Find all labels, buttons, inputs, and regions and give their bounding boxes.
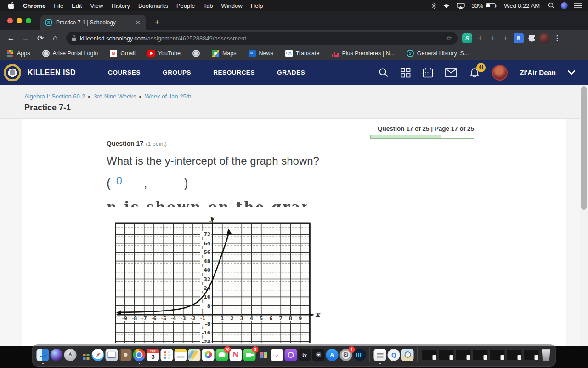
breadcrumb-item-3[interactable]: Week of Jan 25th: [145, 93, 192, 100]
dock-minimized-window-1-icon[interactable]: [422, 349, 437, 360]
dock-minimized-window-5-icon[interactable]: [490, 349, 505, 360]
new-tab-button[interactable]: +: [152, 17, 163, 28]
dock-apple-tv-icon[interactable]: tv: [299, 349, 311, 361]
menu-item-file[interactable]: File: [50, 2, 68, 9]
extension-plus-1[interactable]: +: [475, 33, 485, 43]
menu-item-bookmarks[interactable]: Bookmarks: [134, 2, 172, 9]
dock-finder-icon[interactable]: [37, 349, 49, 361]
dock-mission-control-icon[interactable]: [78, 349, 90, 361]
bookmark-news[interactable]: News: [249, 50, 273, 57]
menu-item-people[interactable]: People: [172, 2, 199, 9]
breadcrumb-item-1[interactable]: Algebra I: Section 60-2: [24, 93, 85, 100]
profile-avatar[interactable]: [539, 33, 549, 43]
dock-maps-icon[interactable]: [188, 349, 201, 361]
dock-music-icon[interactable]: ♪: [271, 349, 283, 361]
address-bar[interactable]: killeenisd.schoology.com/assignment/4625…: [66, 32, 458, 45]
dock-mail-icon[interactable]: [106, 349, 118, 361]
dock-audio-app-icon[interactable]: [354, 349, 366, 361]
nav-resources[interactable]: RESOURCES: [213, 69, 255, 76]
wifi-icon[interactable]: [442, 3, 450, 9]
user-avatar[interactable]: [492, 65, 508, 80]
dock-podcasts-icon[interactable]: [285, 349, 297, 361]
scrollbar-track[interactable]: [580, 86, 588, 346]
window-close-button[interactable]: [7, 18, 13, 23]
bookmark-apps[interactable]: Apps: [6, 50, 30, 57]
menu-item-history[interactable]: History: [107, 2, 134, 9]
bookmark-site-4[interactable]: [192, 50, 200, 57]
answer-x-input[interactable]: 0: [113, 175, 141, 190]
dock-siri-icon[interactable]: [51, 349, 63, 361]
extension-plus-2[interactable]: +: [488, 33, 498, 43]
dock-minimized-window-2-icon[interactable]: [439, 349, 454, 360]
bookmark-gmail[interactable]: Gmail: [110, 50, 136, 57]
extensions-menu[interactable]: [526, 33, 537, 43]
calendar-icon[interactable]: [423, 68, 433, 78]
dock-photos-icon[interactable]: [202, 349, 215, 361]
bookmark-maps[interactable]: Maps: [212, 50, 237, 57]
forward-button[interactable]: →: [19, 32, 32, 45]
airplay-icon[interactable]: [457, 3, 465, 9]
active-tab[interactable]: S Practice 7-1 | Schoology ✕: [40, 15, 146, 30]
bookmark-plus-premieres-n[interactable]: Plus Premieres | N...: [331, 50, 394, 57]
menu-item-view[interactable]: View: [86, 2, 107, 9]
home-button[interactable]: ⌂: [49, 32, 62, 45]
bookmark-star-icon[interactable]: ☆: [446, 34, 452, 42]
dock-trash-icon[interactable]: [541, 349, 552, 361]
dock-minimized-window-4-icon[interactable]: [473, 349, 488, 360]
extension-plus-3[interactable]: +: [501, 33, 511, 43]
chrome-menu[interactable]: ⋮: [552, 33, 562, 43]
menu-item-help[interactable]: Help: [247, 2, 267, 9]
chevron-down-icon[interactable]: [568, 70, 575, 75]
user-name[interactable]: Zi'Air Dean: [520, 69, 556, 76]
killeen-isd-logo[interactable]: [4, 64, 21, 81]
bookmark-translate[interactable]: Translate: [285, 50, 320, 57]
brand-name[interactable]: KILLEEN ISD: [28, 69, 76, 77]
dock-minimized-window-3-icon[interactable]: [456, 349, 471, 360]
bookmark-youtube[interactable]: YouTube: [147, 50, 181, 57]
bookmark-extension[interactable]: [514, 33, 524, 43]
messages-envelope-icon[interactable]: [445, 68, 457, 77]
menu-bar-clock[interactable]: Wed 8:22 AM: [502, 2, 542, 9]
dock-calendar-icon[interactable]: 3: [147, 349, 159, 361]
dock-utility-app-icon[interactable]: [312, 349, 325, 361]
dock-app-store-icon[interactable]: A: [326, 349, 339, 361]
window-zoom-button[interactable]: [26, 18, 31, 23]
dock-contacts-icon[interactable]: [119, 349, 132, 361]
dock-messages-icon[interactable]: 20: [216, 349, 228, 361]
breadcrumb-item-2[interactable]: 3rd Nine Weeks: [94, 93, 136, 100]
reload-button[interactable]: ⟳: [34, 32, 47, 45]
menu-item-window[interactable]: Window: [217, 2, 246, 9]
siri-icon[interactable]: [561, 2, 568, 9]
dock-system-preferences-icon[interactable]: ⚙1: [340, 349, 352, 361]
dock-minimized-window-7-icon[interactable]: [524, 349, 539, 360]
bookmark-general-history-s[interactable]: SGeneral History: S...: [407, 50, 469, 57]
dock-minimized-window-6-icon[interactable]: [507, 349, 522, 360]
bookmark-arise-portal-login[interactable]: Arise Portal Login: [42, 50, 98, 57]
dock-notes-icon[interactable]: [175, 349, 187, 361]
menu-item-app[interactable]: Chrome: [19, 2, 50, 9]
notification-center-icon[interactable]: [574, 3, 582, 8]
dock-textedit-icon[interactable]: [374, 349, 386, 361]
window-minimize-button[interactable]: [17, 18, 22, 23]
nav-grades[interactable]: GRADES: [277, 69, 305, 76]
battery-indicator[interactable]: 33%: [471, 2, 496, 9]
back-button[interactable]: ←: [5, 32, 17, 45]
dock-preview-icon[interactable]: [401, 349, 414, 361]
dock-safari-icon[interactable]: [92, 349, 104, 361]
header-search-icon[interactable]: [379, 68, 389, 78]
dock-facetime-icon[interactable]: 3: [243, 349, 256, 361]
bluetooth-icon[interactable]: [432, 2, 436, 9]
dock-photo-booth-icon[interactable]: [257, 349, 270, 361]
nav-courses[interactable]: COURSES: [108, 69, 141, 76]
apple-menu-icon[interactable]: [8, 2, 14, 9]
nav-groups[interactable]: GROUPS: [163, 69, 191, 76]
dock-news-icon[interactable]: N: [230, 349, 242, 361]
tab-close-icon[interactable]: ✕: [134, 19, 141, 26]
answer-y-input[interactable]: [150, 175, 182, 190]
dock-reminders-icon[interactable]: [161, 349, 173, 361]
dock-launchpad-icon[interactable]: [64, 349, 77, 361]
notifications-bell-icon[interactable]: 41: [469, 67, 480, 78]
scrollbar-thumb[interactable]: [581, 86, 587, 210]
dock-quicktime-icon[interactable]: Q: [388, 349, 400, 361]
menu-item-edit[interactable]: Edit: [68, 2, 86, 9]
